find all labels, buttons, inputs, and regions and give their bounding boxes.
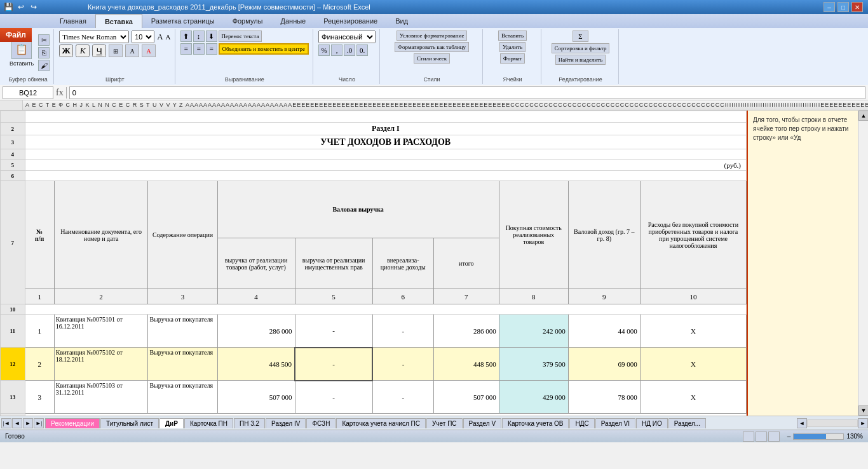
bold-button[interactable]: Ж [59,44,73,57]
underline-button[interactable]: Ч [92,44,106,57]
page-break-view-btn[interactable] [768,432,780,442]
row2-revenue-property: - [295,348,372,381]
tab-card-pn[interactable]: Карточка ПН [184,418,233,428]
align-middle-button[interactable]: ↕ [193,31,205,42]
tab-next-btn[interactable]: ► [23,418,33,428]
grow-font-icon[interactable]: A [157,32,163,42]
italic-button[interactable]: К [76,44,90,57]
wrap-text-button[interactable]: Перенос текста [219,31,262,42]
tab-section5[interactable]: Раздел V [463,418,502,428]
format-painter-button[interactable]: 🖌 [38,60,50,71]
formula-input[interactable] [69,86,865,99]
table-row[interactable]: 13 3 Квитанция №0075103 от 31.12.2011 Вы… [1,381,747,414]
percent-button[interactable]: % [318,44,330,56]
row2-expenses: X [640,348,746,381]
row1-doc: Квитанция №0075101 от 16.12.2011 [54,315,148,348]
zoom-slider[interactable] [793,433,844,440]
tab-nds[interactable]: НДС [569,418,594,428]
tab-nd-io[interactable]: НД ИО [636,418,668,428]
save-icon[interactable]: 💾 [3,1,14,13]
format-cells-button[interactable]: Формат [500,53,525,64]
increase-decimal-button[interactable]: .0 [344,44,355,56]
comma-button[interactable]: , [331,44,342,56]
font-size-select[interactable]: 10 [132,31,154,43]
tab-first-btn[interactable]: |◄ [1,418,11,428]
table-row: 14 Итого за отчетный период (01.10.2011 … [1,414,747,416]
tab-review[interactable]: Рецензирование [315,14,386,28]
cell-styles-button[interactable]: Стили ячеек [414,53,450,64]
minimize-btn[interactable]: – [824,2,835,12]
format-as-table-button[interactable]: Форматировать как таблицу [395,42,469,52]
zoom-level: – [787,433,791,440]
tab-recommendations[interactable]: Рекомендации [45,418,100,428]
scroll-left-btn[interactable]: ◄ [797,418,807,428]
horizontal-scroll-track[interactable] [807,419,858,427]
tab-prev-btn[interactable]: ◄ [12,418,22,428]
close-btn[interactable]: ✕ [851,2,863,12]
align-left-button[interactable]: ≡ [180,43,192,55]
align-bottom-button[interactable]: ⬇ [206,31,217,42]
scroll-right-btn[interactable]: ► [858,418,868,428]
cut-button[interactable]: ✂ [38,34,50,46]
align-center-button[interactable]: ≡ [193,43,205,55]
zoom-slider-fill [794,434,826,439]
col-header-num: №п/п [25,181,54,289]
tab-fszn[interactable]: ФСЗН [306,418,336,428]
tab-section-last[interactable]: Раздел... [668,418,706,428]
sort-filter-button[interactable]: Сортировка и фильтр [552,43,610,53]
fill-color-button[interactable]: A [125,44,139,57]
tab-title-page[interactable]: Титульный лист [100,418,159,428]
scroll-track[interactable] [858,121,868,405]
tab-uchet-ps[interactable]: Учет ПС [426,418,463,428]
table-row[interactable]: 12 2 Квитанция №0075102 от 18.12.2011 Вы… [1,348,747,381]
delete-cells-button[interactable]: Удалить [499,42,526,52]
file-tab[interactable]: Файл [0,28,32,42]
table-row[interactable]: 11 1 Квитанция №0075101 от 16.12.2011 Вы… [1,315,747,348]
formula-bar-separator: fx [56,88,64,98]
tab-section6[interactable]: Раздел VI [595,418,635,428]
tab-card-ov[interactable]: Карточка учета ОВ [502,418,569,428]
scroll-down-btn[interactable]: ▼ [858,405,868,416]
row3-revenue-goods: 507 000 [217,381,295,414]
insert-cells-button[interactable]: Вставить [498,31,527,41]
shrink-font-icon[interactable]: A [166,33,171,41]
tab-section4[interactable]: Раздел IV [266,418,306,428]
redo-icon[interactable]: ↪ [28,1,39,13]
tab-card-ps[interactable]: Карточка учета начисл ПС [336,418,426,428]
tab-nav-buttons: |◄ ◄ ► ►| [0,418,45,428]
tab-view[interactable]: Вид [386,14,417,28]
col-header-gross-income: Валовой доход (гр. 7 – гр. 8) [568,181,640,289]
tab-page-layout[interactable]: Разметка страницы [142,14,224,28]
font-family-select[interactable]: Times New Roman [59,31,129,43]
borders-button[interactable]: ⊞ [109,44,123,57]
row1-content: Выручка от покупателя [148,315,217,348]
row1-num: 1 [25,315,54,348]
tab-insert[interactable]: Вставка [95,14,142,28]
font-color-button[interactable]: A [142,44,156,57]
copy-button[interactable]: ⎘ [38,47,50,58]
ribbon-area: Файл Главная Вставка Разметка страницы Ф… [0,14,868,85]
number-format-select[interactable]: Финансовый [318,31,376,43]
tab-formulas[interactable]: Формулы [224,14,272,28]
page-layout-view-btn[interactable] [756,432,767,442]
align-right-button[interactable]: ≡ [206,43,217,55]
scroll-up-btn[interactable]: ▲ [858,111,868,121]
tab-pn32[interactable]: ПН 3.2 [234,418,265,428]
cell-reference-input[interactable] [3,86,53,99]
merge-center-button[interactable]: Объединить и поместить в центре [219,43,309,55]
vertical-scrollbar[interactable]: ▲ ▼ [858,111,868,416]
conditional-formatting-button[interactable]: Условное форматирование [397,31,468,41]
tab-data[interactable]: Данные [272,14,315,28]
tab-dir[interactable]: ДиР [159,418,184,428]
tab-home[interactable]: Главная [51,14,95,28]
decrease-decimal-button[interactable]: 0. [356,44,368,56]
sheet-tabs-bar: |◄ ◄ ► ►| Рекомендации Титульный лист Ди… [0,416,868,430]
undo-icon[interactable]: ↩ [15,1,27,13]
styles-label: Стили [424,75,440,83]
find-select-button[interactable]: Найти и выделить [555,55,606,65]
align-top-button[interactable]: ⬆ [180,31,192,42]
maximize-btn[interactable]: □ [837,2,849,12]
normal-view-btn[interactable] [743,432,754,442]
tab-last-btn[interactable]: ►| [34,418,44,428]
autosum-button[interactable]: Σ [573,31,588,42]
